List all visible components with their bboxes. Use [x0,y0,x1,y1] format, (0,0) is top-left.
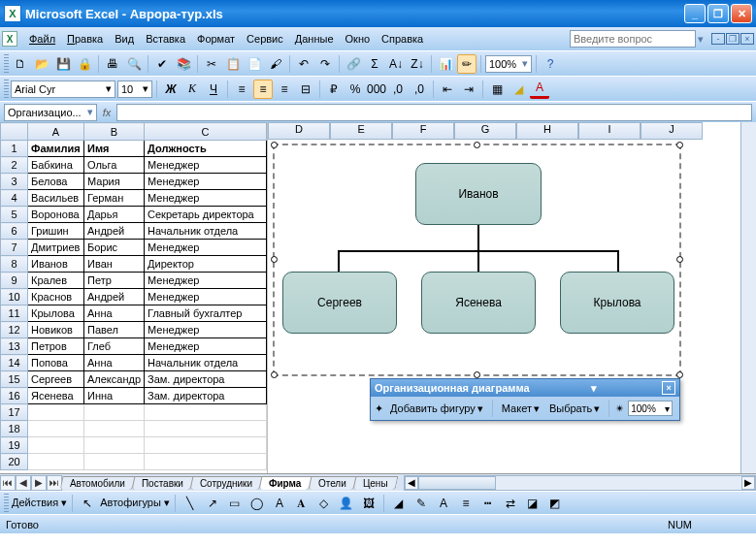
close-button[interactable]: ✕ [731,4,752,23]
menu-tools[interactable]: Сервис [241,31,289,47]
workbook-icon[interactable]: X [2,31,17,47]
chart-icon[interactable]: 📊 [436,54,455,74]
arrow-style-icon[interactable]: ⇄ [501,494,520,513]
3d-icon[interactable]: ◩ [545,494,565,513]
font-size-combo[interactable]: 10▾ [117,80,152,98]
resize-handle[interactable] [676,371,683,378]
maximize-button[interactable]: ❐ [707,4,729,23]
cut-icon[interactable]: ✂ [202,54,221,74]
spell-icon[interactable]: ✔ [152,54,172,74]
sheet-tab[interactable]: Сотрудники [190,476,263,490]
arrow-icon[interactable]: ↗ [203,494,222,513]
org-toolbar-header[interactable]: Организационная диаграмма ▾ × [371,379,679,397]
italic-button[interactable]: К [182,80,202,99]
sheet-tab[interactable]: Автомобили [60,476,136,490]
fill-color-icon[interactable]: ◢ [389,494,409,513]
drawing-icon[interactable]: ✏ [457,54,477,74]
fx-icon[interactable]: fx [97,107,116,118]
zoom-combo[interactable]: 100%▾ [485,55,532,73]
tab-nav-first-icon[interactable]: ⏮ [0,475,16,491]
minimize-button[interactable]: _ [684,4,706,23]
spreadsheet-grid[interactable]: ABC1ФамилияИмяДолжность2БабкинаОльгаМене… [0,122,268,473]
org-node-child[interactable]: Ясенева [421,272,536,334]
resize-handle[interactable] [676,256,683,263]
decrease-indent-icon[interactable]: ⇤ [438,80,457,99]
column-header[interactable]: H [516,122,578,140]
sheet-tab[interactable]: Поставки [131,476,193,490]
menu-data[interactable]: Данные [289,31,340,47]
name-box[interactable]: Организацио...▾ [4,104,97,121]
column-header[interactable]: J [641,122,703,140]
horizontal-scrollbar[interactable]: ◀ ▶ [404,475,756,491]
textbox-icon[interactable]: A [270,494,289,513]
menu-insert[interactable]: Вставка [140,31,191,47]
resize-handle[interactable] [676,142,683,148]
research-icon[interactable]: 📚 [174,54,193,74]
undo-icon[interactable]: ↶ [294,54,313,74]
font-color-icon[interactable]: A [434,494,453,513]
preview-icon[interactable]: 🔍 [124,54,144,74]
paste-icon[interactable]: 📄 [245,54,264,74]
menu-file[interactable]: Файл [23,31,61,47]
tab-nav-next-icon[interactable]: ▶ [31,475,47,491]
align-center-icon[interactable]: ≡ [253,80,273,99]
resize-handle[interactable] [271,371,278,378]
vertical-scrollbar[interactable] [740,122,756,473]
permission-icon[interactable]: 🔒 [75,54,94,74]
increase-indent-icon[interactable]: ⇥ [459,80,478,99]
sheet-tab[interactable]: Отели [308,476,356,490]
oval-icon[interactable]: ◯ [247,494,267,513]
toolbar-grip[interactable] [4,494,9,513]
menu-edit[interactable]: Правка [61,31,109,47]
hyperlink-icon[interactable]: 🔗 [344,54,363,74]
doc-restore-button[interactable]: ❐ [726,33,740,45]
org-toolbar-close-icon[interactable]: × [662,381,675,395]
sheet-tab[interactable]: Цены [352,476,398,490]
tab-nav-prev-icon[interactable]: ◀ [16,475,31,491]
actions-menu[interactable]: Действия ▾ [12,497,67,509]
decrease-decimal-icon[interactable]: ,0 [410,80,429,99]
menu-help[interactable]: Справка [376,31,429,47]
resize-handle[interactable] [474,142,480,148]
percent-icon[interactable]: % [345,80,365,99]
help-icon[interactable]: ? [541,54,560,74]
org-node-root[interactable]: Иванов [415,163,542,225]
increase-decimal-icon[interactable]: ,0 [388,80,408,99]
save-icon[interactable]: 💾 [53,54,73,74]
column-header[interactable]: F [392,122,454,140]
autosum-icon[interactable]: Σ [365,54,384,74]
shadow-icon[interactable]: ◪ [523,494,542,513]
resize-handle[interactable] [271,256,278,263]
open-icon[interactable]: 📂 [32,54,51,74]
line-color-icon[interactable]: ✎ [411,494,431,513]
resize-handle[interactable] [474,371,480,378]
doc-minimize-button[interactable]: - [711,33,725,45]
autoshapes-menu[interactable]: Автофигуры ▾ [100,497,170,509]
rectangle-icon[interactable]: ▭ [225,494,245,513]
print-icon[interactable]: 🖶 [103,54,122,74]
format-painter-icon[interactable]: 🖌 [266,54,285,74]
column-header[interactable]: G [454,122,516,140]
ask-question-input[interactable] [570,30,696,48]
dash-style-icon[interactable]: ┅ [478,494,498,513]
sheet-tab[interactable]: Фирма [259,476,312,490]
redo-icon[interactable]: ↷ [315,54,335,74]
new-icon[interactable]: 🗋 [11,54,30,74]
align-left-icon[interactable]: ≡ [232,80,251,99]
resize-handle[interactable] [271,142,278,148]
sort-asc-icon[interactable]: A↓ [386,54,406,74]
font-combo[interactable]: Arial Cyr▾ [11,80,115,98]
currency-icon[interactable]: ₽ [324,80,344,99]
menu-window[interactable]: Окно [340,31,377,47]
doc-close-button[interactable]: × [740,33,754,45]
layout-button[interactable]: Макет ▾ [499,401,542,416]
autoformat-icon[interactable]: ✴ [615,402,624,415]
menu-view[interactable]: Вид [109,31,140,47]
org-chart-object[interactable]: Иванов Сергеев Ясенева Крылова [273,144,681,376]
menu-format[interactable]: Формат [191,31,241,47]
add-shape-button[interactable]: Добавить фигуру ▾ [387,401,486,416]
comma-icon[interactable]: 000 [367,80,386,99]
org-zoom-combo[interactable]: 100%▾ [628,401,673,416]
select-button[interactable]: Выбрать ▾ [546,401,603,416]
sort-desc-icon[interactable]: Z↓ [408,54,427,74]
